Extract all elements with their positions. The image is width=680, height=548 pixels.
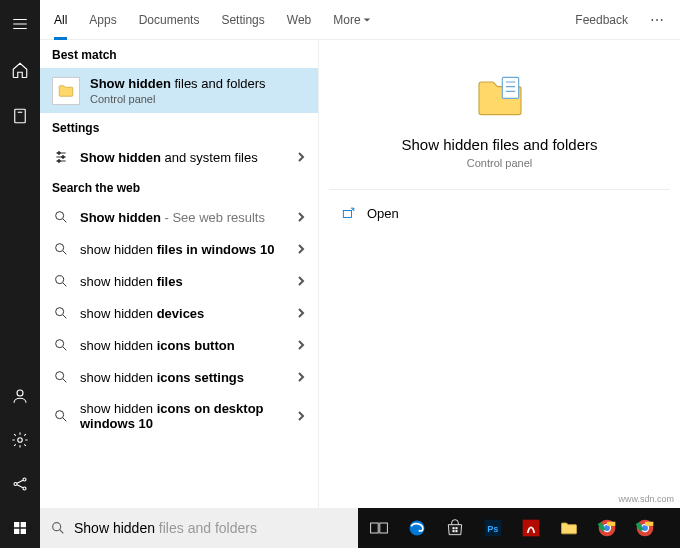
acrobat-icon[interactable]: [516, 513, 546, 543]
svg-rect-17: [343, 210, 351, 217]
chrome-icon[interactable]: [592, 513, 622, 543]
windows-start-icon[interactable]: [0, 512, 40, 544]
svg-point-3: [14, 483, 17, 486]
edge-icon[interactable]: [402, 513, 432, 543]
search-icon: [52, 408, 70, 424]
chevron-right-icon: [296, 409, 306, 424]
explorer-icon[interactable]: [554, 513, 584, 543]
section-settings: Settings: [40, 113, 318, 141]
search-icon: [52, 337, 70, 353]
svg-point-11: [56, 276, 64, 284]
settings-gear-icon[interactable]: [0, 424, 40, 456]
web-result-item[interactable]: show hidden icons on desktop windows 10: [40, 393, 318, 439]
preview-pane: Show hidden files and folders Control pa…: [318, 40, 680, 508]
svg-point-13: [56, 340, 64, 348]
search-icon: [50, 520, 66, 536]
web-result-item[interactable]: show hidden icons button: [40, 329, 318, 361]
svg-point-12: [56, 308, 64, 316]
best-match-subtitle: Control panel: [90, 93, 266, 105]
chevron-right-icon: [296, 210, 306, 225]
svg-rect-19: [371, 523, 379, 533]
tab-apps[interactable]: Apps: [89, 1, 116, 39]
preview-title: Show hidden files and folders: [402, 136, 598, 153]
svg-point-8: [58, 160, 61, 163]
svg-rect-16: [502, 77, 518, 98]
watermark: www.sdn.com: [618, 494, 674, 504]
chevron-right-icon: [296, 306, 306, 321]
best-match-title: Show hidden files and folders: [90, 76, 266, 91]
svg-point-5: [23, 487, 26, 490]
chevron-right-icon: [296, 274, 306, 289]
chevron-right-icon: [296, 370, 306, 385]
tab-web[interactable]: Web: [287, 1, 311, 39]
task-view-icon[interactable]: [364, 513, 394, 543]
taskbar: Ps: [358, 508, 680, 548]
hamburger-icon[interactable]: [0, 8, 40, 40]
share-icon[interactable]: [0, 468, 40, 500]
sliders-icon: [52, 149, 70, 165]
tab-all[interactable]: All: [54, 1, 67, 39]
tab-settings[interactable]: Settings: [221, 1, 264, 39]
search-icon: [52, 305, 70, 321]
best-match-item[interactable]: Show hidden files and folders Control pa…: [40, 68, 318, 113]
web-result-item[interactable]: show hidden files in windows 10: [40, 233, 318, 265]
settings-item[interactable]: Show hidden and system files: [40, 141, 318, 173]
svg-point-2: [18, 438, 23, 443]
bottom-bar: Show hidden files and folders Ps: [40, 508, 680, 548]
recent-icon[interactable]: [0, 100, 40, 132]
svg-text:Ps: Ps: [487, 524, 498, 534]
section-best-match: Best match: [40, 40, 318, 68]
svg-point-14: [56, 372, 64, 380]
chevron-right-icon: [296, 242, 306, 257]
svg-rect-20: [380, 523, 388, 533]
web-result-item[interactable]: Show hidden - See web results: [40, 201, 318, 233]
section-search-web: Search the web: [40, 173, 318, 201]
preview-folder-icon: [472, 68, 528, 124]
open-icon: [341, 207, 355, 221]
search-icon: [52, 241, 70, 257]
home-icon[interactable]: [0, 54, 40, 86]
svg-point-6: [58, 152, 61, 155]
svg-point-18: [53, 523, 61, 531]
svg-rect-24: [453, 530, 455, 532]
search-icon: [52, 369, 70, 385]
svg-rect-23: [455, 527, 457, 529]
search-icon: [52, 273, 70, 289]
web-result-item[interactable]: show hidden devices: [40, 297, 318, 329]
start-rail: [0, 0, 40, 548]
chevron-right-icon: [296, 338, 306, 353]
svg-point-1: [17, 390, 23, 396]
search-input[interactable]: Show hidden files and folders: [40, 508, 358, 548]
feedback-link[interactable]: Feedback: [575, 13, 628, 27]
preview-subtitle: Control panel: [467, 157, 532, 169]
svg-point-7: [62, 156, 65, 159]
chevron-right-icon: [296, 150, 306, 165]
store-icon[interactable]: [440, 513, 470, 543]
photoshop-icon[interactable]: Ps: [478, 513, 508, 543]
tab-more[interactable]: More: [333, 1, 370, 39]
search-icon: [52, 209, 70, 225]
search-panel: All Apps Documents Settings Web More Fee…: [40, 0, 680, 548]
filter-tabs: All Apps Documents Settings Web More Fee…: [40, 0, 680, 40]
user-icon[interactable]: [0, 380, 40, 412]
svg-point-10: [56, 244, 64, 252]
folder-icon: [52, 77, 80, 105]
web-result-item[interactable]: show hidden icons settings: [40, 361, 318, 393]
open-action[interactable]: Open: [329, 198, 670, 229]
svg-point-34: [642, 525, 648, 531]
svg-rect-0: [15, 109, 26, 123]
svg-rect-25: [455, 530, 457, 532]
svg-point-4: [23, 478, 26, 481]
svg-point-9: [56, 212, 64, 220]
chrome-icon-2[interactable]: [630, 513, 660, 543]
svg-rect-22: [453, 527, 455, 529]
overflow-menu-icon[interactable]: ⋯: [650, 12, 666, 28]
svg-point-31: [604, 525, 610, 531]
svg-point-15: [56, 411, 64, 419]
web-result-item[interactable]: show hidden files: [40, 265, 318, 297]
tab-documents[interactable]: Documents: [139, 1, 200, 39]
results-list: Best match Show hidden files and folders…: [40, 40, 318, 508]
